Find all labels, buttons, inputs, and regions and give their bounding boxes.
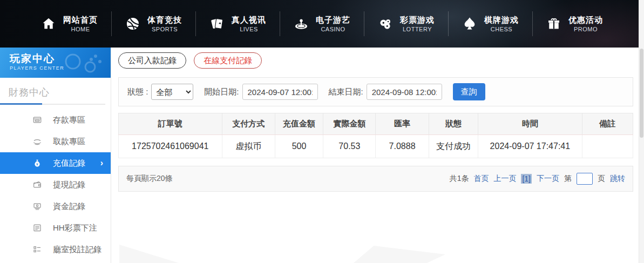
cell-remark — [582, 135, 633, 158]
jump-link[interactable]: 跳转 — [610, 174, 625, 184]
nav-label-zh: 彩票游戏 — [400, 15, 435, 25]
nav-label-en: LIVES — [232, 25, 266, 33]
nav-label-en: CASINO — [316, 25, 350, 33]
deposit-icon — [32, 115, 42, 125]
tab-company-deposit-records[interactable]: 公司入款記錄 — [118, 52, 186, 69]
wallet-icon — [32, 180, 42, 190]
chevron-right-icon: › — [100, 158, 103, 168]
status-select[interactable]: 全部 — [151, 84, 193, 100]
start-date-label: 開始日期: — [204, 87, 239, 97]
current-page-indicator[interactable]: [1] — [521, 174, 532, 184]
page: 网站首页HOME 体育竞技SPORTS 真人视讯LIVES 电子游艺CASINO… — [0, 0, 644, 263]
next-page-link[interactable]: 下一页 — [537, 174, 559, 184]
col-status: 狀態 — [429, 113, 478, 135]
sidebar-item-label: 資金記錄 — [53, 201, 85, 212]
sidebar-item-hall-bet-records[interactable]: 廳室投註記錄 — [0, 239, 111, 260]
filter-bar: 狀態 : 全部 開始日期: 結束日期: 查詢 — [118, 77, 633, 106]
cell-payment-method: 虚拟币 — [222, 135, 275, 158]
cell-time: 2024-09-07 17:47:41 — [478, 135, 582, 158]
lottery-list-icon — [32, 223, 42, 233]
hall-bet-list-icon — [32, 245, 42, 254]
nav-label-zh: 网站首页 — [63, 15, 98, 25]
nav-item-casino[interactable]: 电子游艺CASINO — [280, 15, 364, 33]
record-tabs: 公司入款記錄 在線支付記錄 — [118, 52, 633, 69]
recharge-moneybag-icon — [32, 158, 42, 168]
sidebar-item-hh-lottery-bets[interactable]: HH彩票下注 — [0, 217, 111, 239]
page-number-input[interactable] — [577, 173, 593, 185]
main-content: 公司入款記錄 在線支付記錄 狀態 : 全部 開始日期: 結束日期: 查詢 訂單號… — [112, 48, 644, 263]
sidebar-item-label: 廳室投註記錄 — [53, 245, 101, 255]
withdraw-icon — [32, 137, 42, 146]
end-date-label: 結束日期: — [329, 87, 363, 97]
playing-cards-icon — [209, 16, 225, 31]
table-row: 1725702461069041 虚拟币 500 70.53 7.0888 支付… — [119, 135, 633, 158]
table-header-row: 訂單號 支付方式 充值金額 實際金額 匯率 狀態 時間 備註 — [119, 113, 633, 135]
sidebar-item-label: HH彩票下注 — [53, 223, 97, 233]
nav-label-zh: 棋牌游戏 — [484, 15, 519, 25]
sidebar-item-withdrawal-records[interactable]: 提現記錄 — [0, 174, 111, 195]
nav-item-sports[interactable]: 体育竞技SPORTS — [112, 15, 195, 33]
nav-label-zh: 体育竞技 — [147, 15, 182, 25]
scrollbar-track[interactable] — [639, 0, 644, 263]
gamepad-decoration-icon — [57, 50, 106, 78]
section-divider — [0, 104, 105, 105]
col-actual-amount: 實際金額 — [323, 113, 376, 135]
top-navigation: 网站首页HOME 体育竞技SPORTS 真人视讯LIVES 电子游艺CASINO… — [0, 0, 644, 48]
banknotes-icon — [32, 201, 42, 211]
sidebar-item-label: 存款專區 — [53, 115, 85, 125]
page-prefix-text: 第 — [564, 174, 572, 184]
page-suffix-text: 页 — [598, 174, 605, 184]
home-icon — [41, 16, 56, 31]
cell-status: 支付成功 — [429, 135, 478, 158]
end-date-input[interactable] — [367, 84, 442, 100]
nav-label-en: CHESS — [484, 25, 519, 33]
col-order-number: 訂單號 — [119, 113, 222, 135]
sidebar-item-withdraw[interactable]: 取款專區 — [0, 131, 111, 152]
sports-ball-icon — [125, 16, 140, 31]
gift-icon — [546, 16, 561, 31]
sidebar-item-label: 提現記錄 — [53, 180, 85, 190]
roulette-icon — [294, 16, 309, 31]
start-date-input[interactable] — [242, 84, 318, 100]
nav-label-en: PROMO — [568, 25, 603, 33]
first-page-link[interactable]: 首页 — [473, 174, 489, 184]
players-center-header: 玩家中心 PLAYERS CENTER — [0, 48, 111, 78]
sidebar-item-funds-records[interactable]: 資金記錄 — [0, 195, 111, 217]
tab-online-payment-records[interactable]: 在線支付記錄 — [194, 52, 262, 69]
nav-label-zh: 电子游艺 — [316, 15, 350, 25]
nav-label-en: SPORTS — [147, 25, 182, 33]
nav-item-promo[interactable]: 优惠活动PROMO — [533, 15, 616, 33]
sidebar-item-label: 充值記錄 — [53, 158, 85, 168]
nav-item-lives[interactable]: 真人视讯LIVES — [196, 15, 280, 33]
nav-item-chess[interactable]: 棋牌游戏CHESS — [449, 15, 532, 33]
spade-icon — [462, 16, 477, 31]
query-button[interactable]: 查詢 — [453, 83, 485, 100]
sidebar-item-deposit[interactable]: 存款專區 — [0, 109, 111, 131]
sidebar: 玩家中心 PLAYERS CENTER 財務中心 存款專區 取款專區 充值記錄 … — [0, 48, 111, 263]
nav-label-zh: 优惠活动 — [568, 15, 603, 25]
nav-label-en: LOTTERY — [400, 25, 435, 33]
recharge-records-table: 訂單號 支付方式 充值金額 實際金額 匯率 狀態 時間 備註 172570246… — [118, 113, 633, 158]
cell-recharge-amount: 500 — [275, 135, 323, 158]
pagination-bar: 每頁顯示20條 共1条 首页 上一页 [1] 下一页 第 页 跳转 — [118, 166, 633, 192]
col-exchange-rate: 匯率 — [376, 113, 429, 135]
prev-page-link[interactable]: 上一页 — [493, 174, 516, 184]
nav-item-lottery[interactable]: 彩票游戏LOTTERY — [364, 15, 448, 33]
sidebar-item-player-bet-report[interactable]: 玩家投注報表 — [0, 260, 111, 263]
col-remark: 備註 — [582, 113, 633, 135]
lottery-balls-icon — [378, 16, 393, 31]
sidebar-item-label: 取款專區 — [53, 137, 85, 147]
background-decoration-shape — [354, 246, 445, 263]
col-recharge-amount: 充值金額 — [275, 113, 323, 135]
cell-order-number: 1725702461069041 — [119, 135, 222, 158]
scrollbar-thumb[interactable] — [640, 49, 643, 138]
nav-item-home[interactable]: 网站首页HOME — [28, 15, 111, 33]
finance-center-section-title: 財務中心 — [0, 78, 111, 104]
sidebar-item-recharge-records[interactable]: 充值記錄 › — [0, 152, 111, 174]
nav-label-zh: 真人视讯 — [232, 15, 266, 25]
total-count-text: 共1条 — [450, 174, 469, 184]
col-payment-method: 支付方式 — [222, 113, 275, 135]
col-time: 時間 — [478, 113, 582, 135]
nav-label-en: HOME — [63, 25, 98, 33]
status-label: 狀態 : — [127, 87, 148, 97]
